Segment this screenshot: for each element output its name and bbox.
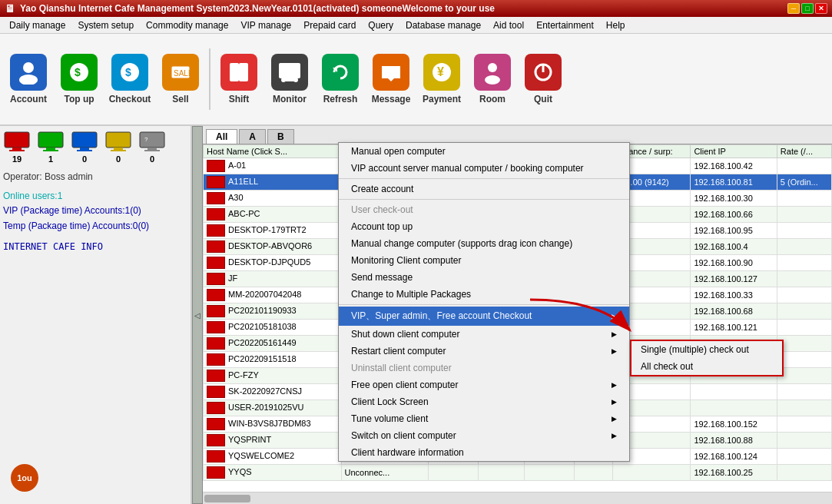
toolbar-btn-monitor[interactable]: Monitor — [266, 45, 313, 114]
computer-status: 19 1 0 0 ? 0 — [3, 129, 187, 165]
table-cell — [777, 191, 831, 207]
svg-rect-8 — [230, 63, 239, 81]
table-cell — [777, 384, 831, 400]
table-cell — [777, 207, 831, 223]
ctx-item-vip-booking[interactable]: VIP account server manual computer / boo… — [339, 160, 629, 177]
toolbar-btn-checkout[interactable]: $Checkout — [106, 45, 154, 114]
table-cell — [777, 271, 831, 287]
comp-icon-green — [37, 131, 65, 154]
svg-rect-11 — [285, 78, 294, 81]
left-panel: 19 1 0 0 ? 0 Operator: Boss admin Online… — [0, 126, 192, 504]
toolbar-btn-message[interactable]: Message — [367, 45, 415, 114]
comp-count-gray: 0 — [144, 154, 160, 164]
table-row[interactable]: YYQSUnconnec...192.168.100.25 — [204, 465, 832, 481]
sub-ctx-item-single-checkout[interactable]: Single (multiple) check out — [631, 341, 782, 358]
tab-a[interactable]: A — [239, 129, 266, 144]
table-cell — [777, 158, 831, 174]
table-cell: ABC-PC — [204, 207, 342, 223]
ctx-item-hardware-info[interactable]: Client hardware information — [339, 444, 629, 461]
h-scrollbar-thumb[interactable] — [204, 495, 250, 502]
payment-label: Payment — [423, 94, 461, 104]
ctx-item-free-open[interactable]: Free open client computer — [339, 376, 629, 393]
table-cell — [777, 465, 831, 481]
close-button[interactable]: ✕ — [815, 3, 827, 14]
ctx-item-send-message[interactable]: Send message — [339, 269, 629, 286]
table-cell — [525, 465, 575, 481]
menu-item-help[interactable]: Help — [600, 18, 631, 32]
toolbar-btn-account[interactable]: Account — [5, 45, 52, 114]
sell-icon: SALE — [162, 54, 199, 91]
comp-icon-red — [3, 131, 31, 154]
table-cell: 192.168.100.95 — [691, 223, 777, 239]
ctx-item-tune-volume[interactable]: Tune volume client — [339, 410, 629, 427]
table-cell: 192.168.100.33 — [691, 287, 777, 303]
lou-badge[interactable]: 1ou — [11, 464, 38, 492]
toolbar-btn-shift[interactable]: Shift — [215, 45, 263, 114]
minimize-button[interactable]: ─ — [787, 3, 800, 14]
ctx-item-multiple-packages[interactable]: Change to Multiple Packages — [339, 286, 629, 303]
table-cell: 192.168.100.90 — [691, 255, 777, 271]
ctx-item-restart[interactable]: Restart client computer — [339, 343, 629, 360]
table-cell — [691, 384, 777, 400]
svg-rect-29 — [80, 148, 89, 150]
table-cell — [777, 449, 831, 465]
payment-icon: ¥ — [423, 54, 460, 91]
menu-item-entertainment[interactable]: Entertainment — [530, 18, 600, 32]
ctx-item-account-topup[interactable]: Account top up — [339, 218, 629, 235]
status-dot — [207, 192, 225, 204]
ctx-item-shutdown[interactable]: Shut down client computer — [339, 326, 629, 343]
ctx-item-monitoring[interactable]: Monitoring Client computer — [339, 252, 629, 269]
comp-icon-blue — [71, 131, 98, 154]
table-cell: 192.168.100.68 — [691, 303, 777, 320]
h-scroll[interactable] — [203, 492, 832, 504]
tab-b[interactable]: B — [267, 129, 294, 144]
menu-item-daily-manage[interactable]: Daily manage — [3, 18, 71, 32]
table-cell: Unconnec... — [341, 465, 429, 481]
menu-item-aid-tool[interactable]: Aid tool — [487, 18, 530, 32]
title-bar: 🖥 Yao Qianshu Internet Cafe Management S… — [0, 0, 832, 17]
ctx-item-vip-checkout[interactable]: VIP、Super admin、Free account Checkout — [339, 307, 629, 326]
menu-item-prepaid-card[interactable]: Prepaid card — [297, 18, 362, 32]
online-users-label: Online users:1 — [3, 189, 187, 204]
table-cell: A11ELL — [204, 174, 342, 191]
tab-all[interactable]: All — [206, 129, 237, 144]
menu-item-system-setup[interactable]: System setup — [71, 18, 140, 32]
menu-item-vip-manage[interactable]: VIP manage — [234, 18, 297, 32]
maximize-button[interactable]: □ — [801, 3, 814, 14]
toolbar-btn-room[interactable]: Room — [469, 45, 516, 114]
topup-label: Top up — [64, 94, 94, 104]
table-cell: 192.168.100.127 — [691, 271, 777, 287]
svg-rect-9 — [239, 63, 248, 81]
menu-item-database-manage[interactable]: Database manage — [399, 18, 487, 32]
status-dot — [207, 418, 225, 430]
table-cell: 5 (Ordin... — [777, 174, 831, 191]
ctx-item-manual-open[interactable]: Manual open computer — [339, 143, 629, 160]
toolbar-btn-sell[interactable]: SALESell — [157, 45, 204, 114]
svg-text:SALE: SALE — [174, 69, 193, 78]
toolbar-btn-payment[interactable]: ¥Payment — [418, 45, 466, 114]
title-text: Yao Qianshu Internet Cafe Management Sys… — [20, 3, 495, 14]
ctx-item-create-account[interactable]: Create account — [339, 181, 629, 197]
table-cell: JF — [204, 271, 342, 287]
room-icon — [474, 54, 511, 91]
svg-text:¥: ¥ — [437, 65, 444, 78]
table-cell: YQSPRINT — [204, 433, 342, 449]
sub-context-menu: Single (multiple) check outAll check out — [630, 340, 784, 376]
monitor-icon — [271, 54, 308, 91]
svg-rect-35 — [148, 148, 157, 150]
ctx-item-manual-change[interactable]: Manual change computer (supports drag ic… — [339, 235, 629, 252]
menu-item-commodity-manage[interactable]: Commodity manage — [140, 18, 234, 32]
ctx-item-lock-screen[interactable]: Client Lock Screen — [339, 393, 629, 410]
ctx-item-switch-on[interactable]: Switch on client computer — [339, 427, 629, 444]
menu-item-query[interactable]: Query — [362, 18, 399, 32]
toolbar-btn-refresh[interactable]: Refresh — [317, 45, 364, 114]
status-dot — [207, 240, 225, 253]
collapse-handle[interactable]: ◁ — [192, 126, 203, 504]
sub-ctx-item-all-checkout[interactable]: All check out — [631, 358, 782, 375]
svg-marker-15 — [382, 66, 400, 81]
comp-group-red: 19 — [3, 131, 31, 164]
table-cell — [777, 336, 831, 352]
toolbar-btn-topup[interactable]: $Top up — [55, 45, 103, 114]
cafe-info-label: INTERNET CAFE INFO — [3, 240, 187, 254]
toolbar-btn-quit[interactable]: Quit — [519, 45, 567, 114]
